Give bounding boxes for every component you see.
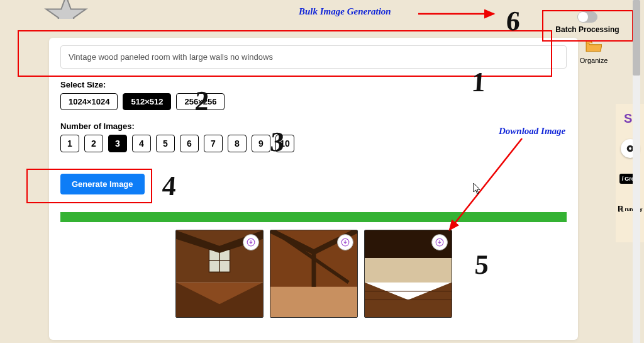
download-button-1[interactable] bbox=[243, 234, 259, 250]
svg-rect-11 bbox=[270, 287, 357, 317]
count-5[interactable]: 5 bbox=[156, 135, 175, 152]
progress-bar bbox=[60, 212, 567, 222]
size-512[interactable]: 512×512 bbox=[123, 93, 171, 110]
size-label: Select Size: bbox=[60, 80, 567, 89]
generator-panel: Select Size: 1024×1024 512×512 256×256 N… bbox=[49, 38, 578, 340]
svg-marker-0 bbox=[47, 0, 86, 19]
sheriff-badge-logo bbox=[44, 0, 88, 19]
download-icon bbox=[247, 238, 255, 247]
step-marker-5: 5 bbox=[474, 249, 490, 281]
count-options: 1 2 3 4 5 6 7 8 9 10 bbox=[60, 135, 567, 152]
scrollbar[interactable] bbox=[633, 0, 640, 343]
download-button-2[interactable] bbox=[337, 234, 353, 250]
batch-processing-area: Batch Processing bbox=[543, 11, 631, 34]
result-thumb-1[interactable] bbox=[175, 230, 264, 318]
result-thumb-3[interactable] bbox=[364, 230, 452, 318]
step-marker-3: 3 bbox=[269, 126, 286, 158]
result-thumb-2[interactable] bbox=[270, 230, 358, 318]
count-2[interactable]: 2 bbox=[84, 135, 103, 152]
size-1024[interactable]: 1024×1024 bbox=[60, 93, 118, 110]
organize-button[interactable]: Organize bbox=[579, 39, 609, 64]
scrollbar-thumb[interactable] bbox=[633, 0, 640, 76]
download-button-3[interactable] bbox=[431, 234, 448, 250]
organize-label: Organize bbox=[579, 57, 609, 64]
step-marker-4: 4 bbox=[161, 170, 177, 202]
size-options: 1024×1024 512×512 256×256 bbox=[60, 93, 567, 110]
generate-button[interactable]: Generate Image bbox=[60, 174, 145, 194]
download-icon bbox=[341, 238, 350, 247]
download-icon bbox=[435, 238, 444, 247]
count-3[interactable]: 3 bbox=[108, 135, 127, 152]
count-8[interactable]: 8 bbox=[228, 135, 247, 152]
results-row bbox=[60, 230, 567, 318]
step-marker-6: 6 bbox=[505, 5, 521, 37]
annotation-download-image: Download Image bbox=[499, 126, 565, 137]
count-9[interactable]: 9 bbox=[252, 135, 270, 152]
folder-open-icon bbox=[586, 39, 602, 53]
count-4[interactable]: 4 bbox=[132, 135, 151, 152]
count-7[interactable]: 7 bbox=[204, 135, 223, 152]
svg-rect-16 bbox=[365, 258, 452, 283]
step-marker-1: 1 bbox=[470, 66, 487, 98]
prompt-input[interactable] bbox=[60, 45, 567, 69]
count-label: Number of Images: bbox=[60, 121, 567, 131]
arrow-to-batch bbox=[415, 8, 503, 26]
batch-toggle-label: Batch Processing bbox=[543, 25, 631, 34]
annotation-bulk-generation: Bulk Image Generation bbox=[299, 6, 391, 17]
step-marker-2: 2 bbox=[194, 85, 210, 117]
batch-toggle[interactable] bbox=[577, 11, 597, 23]
count-1[interactable]: 1 bbox=[60, 135, 79, 152]
count-6[interactable]: 6 bbox=[180, 135, 199, 152]
svg-point-22 bbox=[629, 147, 631, 150]
